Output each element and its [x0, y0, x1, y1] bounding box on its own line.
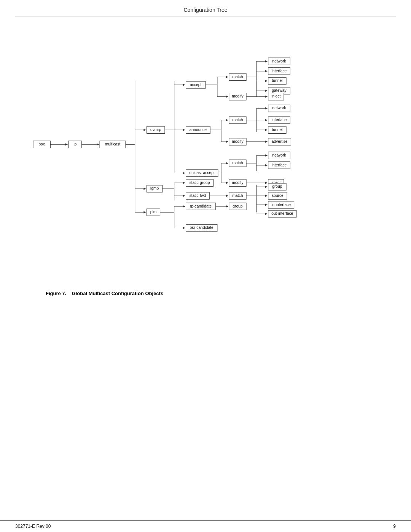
figure-caption: Figure 7. Global Multicast Configuration… — [0, 291, 411, 296]
svg-text:multicast: multicast — [105, 142, 121, 146]
svg-text:match: match — [232, 193, 243, 198]
svg-text:interface: interface — [272, 163, 287, 167]
svg-text:unicast-accept: unicast-accept — [190, 171, 215, 175]
svg-text:modify: modify — [232, 94, 244, 98]
svg-text:dvmrp: dvmrp — [150, 128, 161, 132]
svg-text:modify: modify — [232, 181, 244, 185]
svg-text:source: source — [272, 193, 284, 198]
svg-text:modify: modify — [232, 139, 244, 144]
svg-text:out-interface: out-interface — [271, 211, 293, 216]
footer-right: 9 — [393, 524, 396, 529]
svg-text:match: match — [232, 118, 243, 122]
svg-text:box: box — [38, 142, 45, 146]
page-title: Configuration Tree — [0, 0, 411, 16]
svg-text:ip: ip — [73, 142, 76, 146]
figure-title: Global Multicast Configuration Objects — [72, 291, 164, 296]
svg-text:network: network — [272, 59, 287, 63]
svg-text:interface: interface — [272, 118, 287, 122]
svg-text:igmp: igmp — [150, 186, 159, 190]
svg-text:advertise: advertise — [272, 139, 288, 144]
svg-text:tunnel: tunnel — [272, 128, 282, 132]
footer-left: 302771-E Rev 00 — [15, 524, 51, 529]
figure-label: Figure 7. — [46, 291, 66, 296]
svg-text:inject: inject — [271, 94, 280, 98]
svg-text:static-fwd: static-fwd — [190, 193, 206, 198]
svg-text:tunnel: tunnel — [272, 78, 282, 83]
svg-text:gateway: gateway — [272, 88, 287, 93]
svg-text:network: network — [272, 153, 287, 157]
page-footer: 302771-E Rev 00 9 — [0, 520, 411, 532]
svg-text:group: group — [233, 204, 243, 208]
svg-text:match: match — [232, 75, 243, 79]
svg-text:announce: announce — [190, 128, 207, 132]
svg-text:network: network — [272, 106, 287, 110]
svg-text:group: group — [272, 184, 282, 189]
svg-text:pim: pim — [150, 210, 157, 214]
svg-text:accept: accept — [190, 83, 201, 87]
svg-text:rp-candidate: rp-candidate — [190, 204, 212, 208]
svg-text:in-interface: in-interface — [271, 203, 291, 207]
svg-text:static-group: static-group — [190, 181, 210, 185]
tree-diagram: box ip multicast dvmrp igmp pim — [0, 20, 411, 287]
header-rule — [15, 16, 396, 16]
svg-text:bsr-candidate: bsr-candidate — [190, 225, 214, 230]
tree-svg: box ip multicast dvmrp igmp pim — [0, 20, 411, 287]
svg-text:interface: interface — [272, 69, 287, 73]
svg-text:match: match — [232, 161, 243, 165]
